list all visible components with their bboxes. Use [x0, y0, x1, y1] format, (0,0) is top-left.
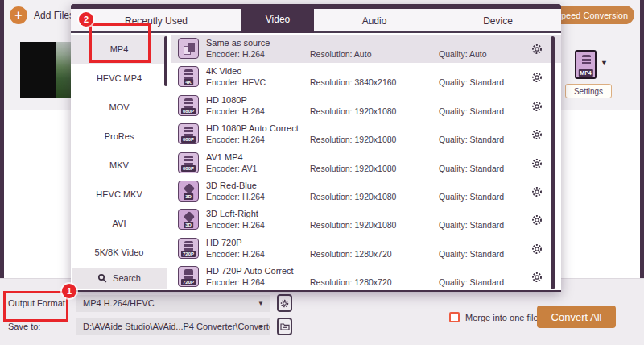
add-files-label: Add Files — [34, 10, 74, 21]
format-film-icon: 4K — [178, 66, 199, 87]
window-right-edge — [640, 0, 644, 278]
format-resolution: Resolution: 1920x1080 — [310, 106, 396, 116]
format-resolution: Resolution: 1920x1080 — [310, 192, 396, 202]
format-name: HD 720P — [206, 238, 242, 247]
format-rows: Same as sourceEncoder: H.264Resolution: … — [171, 35, 561, 292]
convert-all-button[interactable]: Convert All — [537, 306, 616, 328]
file-output-format-icon[interactable]: MP4 — [575, 50, 597, 79]
tab-recently-used[interactable]: Recently Used — [71, 9, 242, 33]
format-row-hd-1080p-auto-correct[interactable]: 080PHD 1080P Auto CorrectEncoder: H.264R… — [171, 120, 561, 148]
format-encoder: Encoder: H.264 — [206, 277, 265, 287]
sidebar-item-mov[interactable]: MOV — [71, 93, 167, 122]
format-quality: Quality: Standard — [439, 164, 504, 173]
chevron-down-icon: ▼ — [258, 295, 264, 312]
annotation-step-1: 1 — [62, 284, 76, 298]
format-row-3d-red-blue[interactable]: 3D3D Red-BlueEncoder: H.264Resolution: 1… — [171, 177, 561, 206]
annotation-step-2: 2 — [79, 12, 93, 27]
format-encoder: Encoder: H.264 — [206, 220, 265, 230]
sidebar-item-5k-8k-video[interactable]: 5K/8K Video — [71, 238, 167, 267]
format-row-hd-1080p[interactable]: 080PHD 1080PEncoder: H.264Resolution: 19… — [171, 92, 561, 120]
row-settings-gear-icon[interactable] — [530, 271, 543, 284]
output-format-popup: Recently UsedVideoAudioDevice MP4HEVC MP… — [71, 4, 561, 292]
save-to-label: Save to: — [8, 322, 40, 331]
format-row-av1-mp4[interactable]: 080PAV1 MP4Encoder: AV1Resolution: 1920x… — [171, 149, 561, 177]
sidebar-item-hevc-mkv[interactable]: HEVC MKV — [71, 180, 167, 209]
settings-tooltip[interactable]: Settings — [565, 84, 612, 98]
format-badge: MP4 — [578, 69, 592, 77]
format-resolution: Resolution: 3840x2160 — [310, 77, 396, 87]
format-quality: Quality: Standard — [439, 77, 504, 87]
folder-icon — [280, 322, 290, 330]
format-resolution: Resolution: 1280x720 — [310, 249, 392, 259]
format-row-3d-left-right[interactable]: 3D3D Left-RightEncoder: H.264Resolution:… — [171, 206, 561, 234]
format-name: HD 1080P — [206, 95, 247, 105]
format-quality: Quality: Standard — [439, 277, 504, 287]
format-dropdown-arrow-icon[interactable]: ▼ — [601, 59, 608, 67]
sidebar-item-avi[interactable]: AVI — [71, 209, 167, 238]
plus-icon: + — [10, 6, 27, 24]
row-settings-gear-icon[interactable] — [530, 157, 543, 170]
row-settings-gear-icon[interactable] — [530, 71, 543, 84]
output-format-label: Output Format: — [8, 298, 68, 308]
tab-audio[interactable]: Audio — [314, 9, 435, 33]
format-quality: Quality: Standard — [439, 135, 504, 144]
format-encoder: Encoder: H.264 — [206, 49, 265, 59]
format-name: HD 720P Auto Correct — [206, 266, 294, 276]
format-resolution: Resolution: 1920x1080 — [310, 164, 396, 173]
format-row-hd-720p-auto-correct[interactable]: 720PHD 720P Auto CorrectEncoder: H.264Re… — [171, 263, 561, 291]
format-copy-icon — [178, 38, 199, 59]
format-row-4k-video[interactable]: 4K4K VideoEncoder: HEVCResolution: 3840x… — [171, 63, 561, 91]
list-scrollbar[interactable] — [551, 36, 555, 289]
format-name: 4K Video — [206, 66, 242, 76]
app-window: + Add Files High Speed Conversion MP4 ▼ … — [0, 0, 644, 345]
format-row-hd-720p[interactable]: 720PHD 720PEncoder: H.264Resolution: 128… — [171, 235, 561, 263]
add-files-button[interactable]: + Add Files — [10, 6, 74, 25]
format-quality: Quality: Standard — [439, 106, 504, 116]
tab-video[interactable]: Video — [242, 4, 314, 33]
row-settings-gear-icon[interactable] — [530, 128, 543, 141]
gear-icon — [279, 298, 290, 309]
film-icon — [582, 55, 591, 66]
sidebar-item-prores[interactable]: ProRes — [71, 122, 167, 151]
row-settings-gear-icon[interactable] — [530, 43, 543, 56]
search-icon — [97, 273, 107, 283]
format-3d-icon: 3D — [178, 181, 199, 202]
format-quality: Quality: Standard — [439, 192, 504, 202]
save-to-value: D:\AVAide Studio\AVAid...P4 Converter\Co… — [83, 322, 270, 331]
row-settings-gear-icon[interactable] — [530, 214, 543, 227]
format-encoder: Encoder: H.264 — [206, 249, 265, 259]
format-resolution: Resolution: 1920x1080 — [310, 220, 396, 230]
sidebar-item-mkv[interactable]: MKV — [71, 151, 167, 180]
format-tabs: Recently UsedVideoAudioDevice — [71, 9, 561, 33]
row-settings-gear-icon[interactable] — [530, 100, 543, 113]
format-film-icon: 720P — [178, 238, 199, 259]
format-encoder: Encoder: H.264 — [206, 135, 265, 144]
output-format-value: MP4 H.264/HEVC — [83, 298, 155, 308]
format-name: 3D Left-Right — [206, 209, 258, 218]
save-to-select[interactable]: D:\AVAide Studio\AVAid...P4 Converter\Co… — [76, 318, 270, 335]
format-quality: Quality: Auto — [439, 49, 487, 59]
merge-label: Merge into one file — [465, 313, 539, 322]
format-3d-icon: 3D — [178, 209, 199, 230]
sidebar-item-mp4[interactable]: MP4 — [71, 35, 167, 64]
open-folder-button[interactable] — [277, 318, 292, 335]
format-quality: Quality: Standard — [439, 220, 504, 230]
merge-checkbox[interactable] — [449, 312, 460, 322]
sidebar-scrollbar[interactable] — [164, 36, 167, 86]
search-label: Search — [113, 273, 141, 283]
format-row-same-as-source[interactable]: Same as sourceEncoder: H.264Resolution: … — [171, 35, 561, 63]
output-format-settings-button[interactable] — [277, 294, 292, 312]
format-film-icon: 720P — [178, 266, 199, 287]
format-quality: Quality: Standard — [439, 249, 504, 259]
format-name: 3D Red-Blue — [206, 181, 257, 190]
row-settings-gear-icon[interactable] — [530, 185, 543, 198]
tab-device[interactable]: Device — [435, 9, 561, 33]
row-settings-gear-icon[interactable] — [530, 243, 543, 256]
chevron-down-icon: ▼ — [258, 318, 264, 335]
format-encoder: Encoder: H.264 — [206, 106, 265, 116]
output-format-select[interactable]: MP4 H.264/HEVC ▼ — [76, 295, 270, 312]
search-button[interactable]: Search — [72, 268, 167, 289]
format-list: Same as sourceEncoder: H.264Resolution: … — [171, 35, 561, 290]
sidebar-item-hevc-mp4[interactable]: HEVC MP4 — [71, 64, 167, 93]
format-film-icon: 080P — [178, 152, 199, 173]
